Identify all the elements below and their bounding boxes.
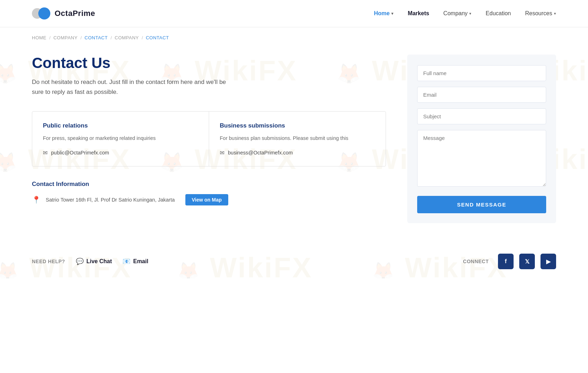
chevron-down-icon: ▾ <box>554 11 556 16</box>
card-desc-pr: For press, speaking or marketing related… <box>43 134 198 142</box>
email-footer-icon: 📧 <box>123 258 130 265</box>
card-email-pr: ✉ public@OctaPrimefx.com <box>43 149 198 156</box>
logo-area[interactable]: OctaPrime <box>32 6 95 21</box>
view-on-map-button[interactable]: View on Map <box>185 194 228 205</box>
main-nav: Home ▾ Markets Company ▾ Education Resou… <box>374 10 556 17</box>
logo-icon <box>32 6 51 21</box>
youtube-button[interactable]: ▶ <box>541 254 556 269</box>
email-icon: ✉ <box>43 149 47 156</box>
page-description: Do not hesitate to reach out. Just fill … <box>32 77 237 97</box>
message-textarea[interactable] <box>417 130 546 187</box>
full-name-field <box>417 65 546 81</box>
business-submissions-card: Business submissions For business plan s… <box>209 112 386 166</box>
contact-form: SEND MESSAGE <box>407 55 556 223</box>
subject-input[interactable] <box>417 108 546 124</box>
card-title-bs: Business submissions <box>220 122 375 129</box>
card-email-bs: ✉ business@OctaPrimefx.com <box>220 149 375 156</box>
brand-name: OctaPrime <box>55 9 95 18</box>
footer-left: NEED HELP? 💬 Live Chat 📧 Email <box>32 258 148 265</box>
left-column: Contact Us Do not hesitate to reach out.… <box>32 55 386 205</box>
nav-resources[interactable]: Resources ▾ <box>525 10 556 17</box>
need-help-label: NEED HELP? <box>32 259 65 264</box>
connect-label: CONNECT <box>463 259 489 264</box>
breadcrumb-home[interactable]: HOME <box>32 35 46 40</box>
public-relations-card: Public relations For press, speaking or … <box>32 112 209 166</box>
twitter-button[interactable]: 𝕏 <box>519 254 535 269</box>
breadcrumb-sep: / <box>49 35 51 40</box>
card-title-pr: Public relations <box>43 122 198 129</box>
breadcrumb-contact1[interactable]: CONTACT <box>85 35 108 40</box>
email-icon: ✉ <box>220 149 224 156</box>
live-chat-link[interactable]: 💬 Live Chat <box>76 258 112 265</box>
breadcrumb-sep: / <box>80 35 82 40</box>
contact-info-section: Contact Information 📍 Satrio Tower 16th … <box>32 181 386 205</box>
nav-home[interactable]: Home ▾ <box>374 10 393 17</box>
breadcrumb: HOME / COMPANY / CONTACT / COMPANY / CON… <box>0 27 588 44</box>
footer: NEED HELP? 💬 Live Chat 📧 Email CONNECT f… <box>0 244 588 278</box>
page-title: Contact Us <box>32 55 386 72</box>
nav-markets[interactable]: Markets <box>408 10 429 17</box>
contact-form-section: SEND MESSAGE <box>407 55 556 223</box>
site-header: OctaPrime Home ▾ Markets Company ▾ Educa… <box>0 0 588 27</box>
contact-info-title: Contact Information <box>32 181 386 188</box>
chevron-down-icon: ▾ <box>469 11 471 16</box>
full-name-input[interactable] <box>417 65 546 81</box>
email-link[interactable]: 📧 Email <box>123 258 149 265</box>
nav-education[interactable]: Education <box>486 10 511 17</box>
address-row: 📍 Satrio Tower 16th Fl, Jl. Prof Dr Satr… <box>32 194 386 205</box>
subject-field <box>417 108 546 124</box>
breadcrumb-sep: / <box>142 35 143 40</box>
email-field <box>417 87 546 103</box>
card-desc-bs: For business plan submissions. Please su… <box>220 134 375 142</box>
breadcrumb-contact2[interactable]: CONTACT <box>146 35 169 40</box>
nav-company[interactable]: Company ▾ <box>443 10 471 17</box>
chevron-down-icon: ▾ <box>391 11 393 16</box>
live-chat-icon: 💬 <box>76 258 84 265</box>
info-cards: Public relations For press, speaking or … <box>32 111 386 166</box>
send-message-button[interactable]: SEND MESSAGE <box>417 196 546 213</box>
location-pin-icon: 📍 <box>32 196 41 204</box>
breadcrumb-company1[interactable]: COMPANY <box>54 35 78 40</box>
breadcrumb-sep: / <box>111 35 112 40</box>
footer-right: CONNECT f 𝕏 ▶ <box>463 254 556 269</box>
address-text: Satrio Tower 16th Fl, Jl. Prof Dr Satrio… <box>46 197 175 203</box>
breadcrumb-company2[interactable]: COMPANY <box>115 35 139 40</box>
email-input[interactable] <box>417 87 546 103</box>
facebook-button[interactable]: f <box>498 254 514 269</box>
message-field <box>417 130 546 188</box>
